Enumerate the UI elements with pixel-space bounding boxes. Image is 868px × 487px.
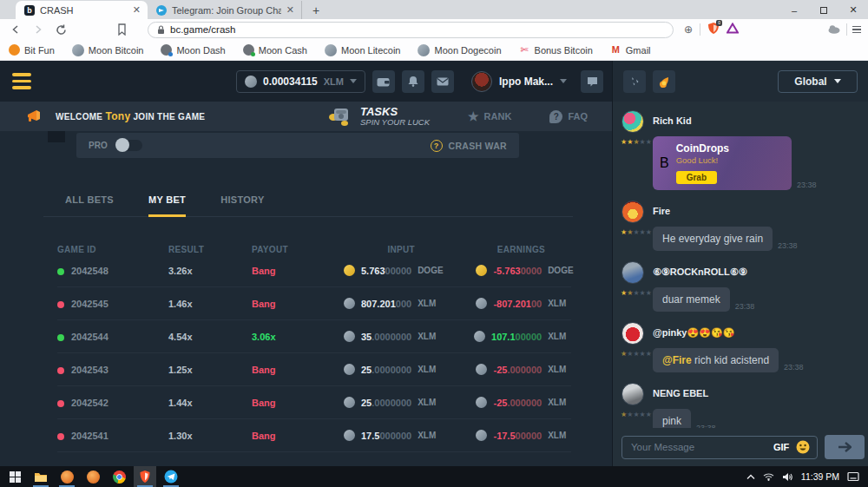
- wallet-button[interactable]: [372, 70, 395, 93]
- xlm-coin-icon: [245, 76, 257, 88]
- browser-menu-icon[interactable]: [852, 26, 861, 34]
- balance-currency: XLM: [324, 76, 344, 87]
- xlm-coin-icon: [344, 430, 355, 441]
- user-avatar[interactable]: [471, 71, 492, 92]
- user-menu-chevron-icon[interactable]: [560, 79, 567, 83]
- window-minimize-button[interactable]: –: [779, 1, 809, 19]
- rank-link[interactable]: ★ RANK: [468, 110, 511, 122]
- tab-title: Telegram: Join Group Chat: [172, 5, 281, 16]
- rain-button[interactable]: [623, 70, 646, 93]
- cell-game-id: 2042544: [57, 332, 168, 342]
- coin-blue-icon: [161, 44, 172, 56]
- target-icon[interactable]: ⊕: [684, 23, 693, 36]
- crash-war-link[interactable]: ? CRASH WAR: [431, 140, 507, 152]
- avatar[interactable]: [621, 110, 644, 133]
- send-button[interactable]: [825, 435, 865, 459]
- tab-close-icon[interactable]: ✕: [286, 4, 294, 16]
- balance-selector[interactable]: 0.00034115 XLM: [236, 70, 365, 93]
- bookmark-item[interactable]: Moon Dogecoin: [418, 44, 501, 56]
- chrome-icon[interactable]: [108, 466, 130, 487]
- back-button[interactable]: [7, 21, 24, 38]
- bets-table: GAME ID RESULT PAYOUT INPUT EARNINGS 204…: [43, 245, 573, 452]
- cell-earnings: -25.000000XLM: [449, 364, 579, 375]
- tab-history[interactable]: HISTORY: [220, 186, 264, 217]
- tasks-banner[interactable]: TASKS SPIN YOUR LUCK: [327, 106, 430, 127]
- volume-icon[interactable]: [782, 472, 793, 482]
- user-rating-stars: ★★★★★: [620, 405, 653, 428]
- pro-toggle[interactable]: [116, 140, 142, 151]
- bookmark-label: Moon Litecoin: [341, 45, 401, 56]
- mention[interactable]: @Fire: [662, 354, 692, 366]
- avatar[interactable]: [621, 261, 644, 284]
- hamburger-menu-icon[interactable]: [12, 73, 31, 89]
- forward-button[interactable]: [30, 21, 47, 38]
- file-explorer-icon[interactable]: [30, 466, 52, 487]
- message-bubble: duar memek: [653, 287, 730, 312]
- message-timestamp: 23:38: [735, 302, 755, 312]
- tray-expand-icon[interactable]: [746, 474, 755, 480]
- new-tab-button[interactable]: +: [302, 1, 330, 19]
- pro-panel: PRO ? CRASH WAR: [76, 133, 519, 158]
- cell-game-id: 2042545: [57, 299, 168, 309]
- reload-button[interactable]: [52, 21, 69, 38]
- faq-link[interactable]: ? FAQ: [549, 110, 588, 123]
- xlm-coin-icon: [476, 397, 487, 408]
- cell-payout: 3.06x: [252, 332, 344, 342]
- window-close-button[interactable]: ✕: [838, 1, 868, 19]
- channel-label: Global: [794, 76, 826, 88]
- telegram-icon[interactable]: [160, 466, 182, 487]
- emoji-button[interactable]: [796, 440, 810, 454]
- tab-my-bet[interactable]: MY BET: [148, 186, 186, 217]
- wifi-icon[interactable]: [763, 472, 774, 481]
- cell-payout: Bang: [252, 266, 344, 276]
- bookmark-label: Bonus Bitcoin: [535, 45, 593, 56]
- profile-cloud-icon[interactable]: [827, 22, 841, 37]
- notification-center-icon[interactable]: [847, 471, 859, 482]
- message-bubble: pink: [653, 409, 691, 428]
- tab-all-bets[interactable]: ALL BETS: [65, 186, 114, 217]
- bookmark-flag-icon[interactable]: [113, 21, 130, 38]
- coindrops-card[interactable]: BCoinDropsGood Luck!Grab: [653, 136, 792, 190]
- bookmark-item[interactable]: Moon Bitcoin: [72, 44, 144, 56]
- tab-close-icon[interactable]: ✕: [133, 4, 141, 16]
- bookmark-item[interactable]: Bit Fun: [9, 44, 55, 56]
- telegram-favicon: [156, 5, 167, 16]
- window-maximize-button[interactable]: [809, 1, 838, 19]
- chat-channel-selector[interactable]: Global: [778, 70, 858, 93]
- address-bar[interactable]: bc.game/crash: [148, 22, 674, 38]
- chat-input-box[interactable]: GIF: [621, 436, 818, 459]
- chat-message: Fire★★★★★He everyday give rain23:38: [620, 199, 859, 251]
- chat-toggle-button[interactable]: [581, 70, 603, 93]
- clock[interactable]: 11:39 PM: [801, 471, 839, 482]
- bookmark-item[interactable]: Moon Dash: [161, 44, 225, 56]
- bookmarks-bar: Bit FunMoon BitcoinMoon DashMoon CashMoo…: [0, 40, 868, 61]
- cell-input: 25.0000000XLM: [344, 364, 449, 375]
- bookmark-item[interactable]: ✄Bonus Bitcoin: [519, 44, 593, 56]
- app-orange-icon-1[interactable]: [56, 466, 78, 487]
- fireball-button[interactable]: [653, 70, 675, 93]
- bookmark-label: Moon Dash: [176, 45, 225, 56]
- mail-button[interactable]: [431, 70, 454, 93]
- bookmark-item[interactable]: Moon Cash: [243, 44, 307, 56]
- bet-row: 20425421.44xBang25.0000000XLM-25.000000X…: [57, 386, 571, 419]
- scissors-icon: ✄: [519, 44, 530, 56]
- triangle-extension-icon[interactable]: [727, 22, 739, 37]
- message-input[interactable]: [629, 441, 766, 453]
- shield-extension-icon[interactable]: 0: [707, 22, 720, 38]
- notifications-bell-button[interactable]: [402, 70, 424, 93]
- avatar[interactable]: [621, 201, 644, 223]
- coindrops-subtitle: Good Luck!: [676, 155, 729, 165]
- tab-telegram[interactable]: Telegram: Join Group Chat ✕: [148, 1, 302, 19]
- bookmark-item[interactable]: MGmail: [610, 44, 651, 56]
- bookmark-item[interactable]: Moon Litecoin: [325, 44, 401, 56]
- site-header: 0.00034115 XLM Ippo Mak...: [0, 61, 612, 102]
- start-button[interactable]: [3, 466, 26, 487]
- brave-icon[interactable]: [134, 466, 156, 487]
- avatar[interactable]: [621, 383, 644, 405]
- app-orange-icon-2[interactable]: [82, 466, 104, 487]
- avatar[interactable]: [621, 322, 644, 345]
- cell-payout: Bang: [252, 431, 344, 441]
- tab-crash[interactable]: b CRASH ✕: [16, 1, 148, 19]
- gif-button[interactable]: GIF: [773, 442, 789, 452]
- grab-button[interactable]: Grab: [676, 171, 717, 184]
